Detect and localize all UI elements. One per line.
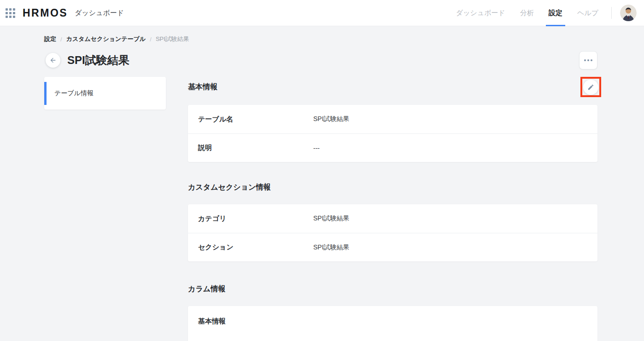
content-columns: テーブル情報 基本情報 テーブル名 SPI試験結果 bbox=[44, 77, 597, 341]
row-value: SPI試験結果 bbox=[313, 214, 350, 223]
nav-dashboard[interactable]: ダッシュボード bbox=[449, 0, 513, 26]
active-accent-bar bbox=[44, 82, 47, 105]
row-label: セクション bbox=[198, 243, 313, 252]
table-row: 説明 --- bbox=[188, 133, 597, 162]
pencil-icon bbox=[587, 84, 594, 91]
title-row: SPI試験結果 bbox=[44, 51, 597, 69]
table-row: セクション SPI試験結果 bbox=[188, 233, 597, 261]
nav-help[interactable]: ヘルプ bbox=[570, 0, 606, 26]
row-value: SPI試験結果 bbox=[313, 115, 350, 123]
ellipsis-icon bbox=[584, 59, 586, 61]
user-avatar[interactable] bbox=[620, 5, 637, 21]
breadcrumb-current: SPI試験結果 bbox=[156, 35, 189, 43]
table-row: カテゴリ SPI試験結果 bbox=[188, 204, 597, 233]
section-basic-header: 基本情報 bbox=[188, 77, 597, 97]
hrmos-logo[interactable]: HRMOS bbox=[23, 7, 68, 19]
product-subtitle: ダッシュボード bbox=[75, 9, 124, 17]
page-body: 設定 / カスタムセクションテーブル / SPI試験結果 SPI試験結果 テーブ… bbox=[0, 35, 644, 341]
custom-section-card: カテゴリ SPI試験結果 セクション SPI試験結果 bbox=[188, 204, 597, 261]
page-title: SPI試験結果 bbox=[67, 53, 129, 68]
app-grid-icon[interactable] bbox=[6, 8, 15, 18]
sidebar-item-table-info[interactable]: テーブル情報 bbox=[44, 77, 166, 110]
columns-subheading: 基本情報 bbox=[198, 317, 597, 326]
row-label: テーブル名 bbox=[198, 115, 313, 124]
back-arrow-icon bbox=[49, 57, 57, 64]
breadcrumb-separator: / bbox=[60, 36, 62, 43]
breadcrumb: 設定 / カスタムセクションテーブル / SPI試験結果 bbox=[44, 35, 597, 43]
sidebar-item-label: テーブル情報 bbox=[54, 89, 94, 98]
breadcrumb-settings[interactable]: 設定 bbox=[44, 35, 56, 43]
more-actions-button[interactable] bbox=[579, 51, 597, 69]
row-label: カテゴリ bbox=[198, 214, 313, 223]
section-basic-title: 基本情報 bbox=[188, 82, 217, 92]
main-content: 基本情報 テーブル名 SPI試験結果 説明 --- bbox=[188, 77, 597, 341]
basic-info-card: テーブル名 SPI試験結果 説明 --- bbox=[188, 105, 597, 162]
nav-divider bbox=[611, 7, 612, 19]
edit-basic-info-button[interactable] bbox=[583, 80, 598, 95]
section-columns-title: カラム情報 bbox=[188, 284, 597, 294]
columns-info-card: 基本情報 社員ID Aa文字列 bbox=[188, 306, 597, 341]
row-label: 説明 bbox=[198, 144, 313, 152]
nav-analytics[interactable]: 分析 bbox=[513, 0, 541, 26]
top-nav: ダッシュボード 分析 設定 ヘルプ bbox=[449, 0, 606, 26]
breadcrumb-custom-section-table[interactable]: カスタムセクションテーブル bbox=[66, 35, 146, 43]
nav-settings[interactable]: 設定 bbox=[541, 0, 570, 26]
app-header: HRMOS ダッシュボード ダッシュボード 分析 設定 ヘルプ bbox=[0, 0, 644, 26]
table-row: テーブル名 SPI試験結果 bbox=[188, 105, 597, 133]
breadcrumb-separator: / bbox=[150, 36, 152, 43]
click-target-highlight bbox=[580, 77, 601, 97]
row-value: --- bbox=[313, 144, 320, 152]
avatar-image bbox=[620, 5, 637, 21]
section-custom-title: カスタムセクション情報 bbox=[188, 183, 597, 192]
back-button[interactable] bbox=[46, 53, 60, 68]
row-value: SPI試験結果 bbox=[313, 243, 350, 252]
